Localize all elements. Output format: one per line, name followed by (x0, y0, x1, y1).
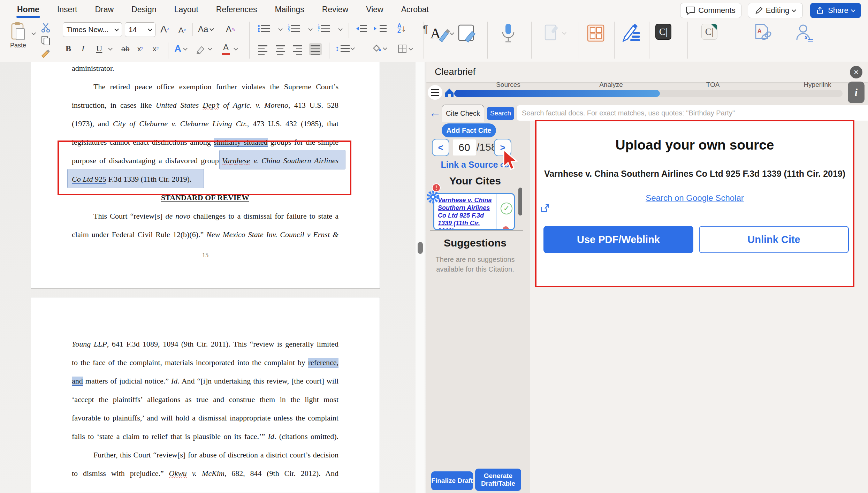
styles-pane-button[interactable] (457, 24, 477, 43)
share-icon (816, 7, 825, 14)
paste-button[interactable]: Paste (10, 22, 26, 49)
chevron-down-icon (792, 8, 796, 12)
comments-button[interactable]: Comments (680, 3, 741, 18)
menu-insert[interactable]: Insert (56, 3, 78, 16)
menu-mailings[interactable]: Mailings (274, 3, 305, 16)
search-input[interactable] (517, 105, 868, 121)
underline-button[interactable]: U (96, 44, 102, 53)
document-scrollbar[interactable] (416, 62, 425, 493)
decrease-indent-button[interactable] (354, 25, 367, 32)
gear-icon[interactable] (426, 190, 440, 204)
align-right-button[interactable] (291, 43, 305, 55)
external-link-icon[interactable] (540, 204, 550, 213)
editor-button[interactable] (621, 23, 642, 43)
generate-draft-table-button[interactable]: Generate Draft/Table (475, 469, 521, 491)
font-name-select[interactable]: Times New... (63, 22, 122, 37)
search-button[interactable]: Search (487, 107, 514, 120)
clearbrief-dark-icon: C| (655, 24, 671, 40)
highlight-button[interactable] (196, 45, 206, 54)
link-a-source-label: Link a Source (441, 160, 498, 169)
check-circle-icon[interactable]: ✓ (501, 203, 512, 214)
sensitivity-button (542, 23, 566, 43)
info-icon[interactable]: i (848, 82, 865, 103)
grow-font-button[interactable]: A˄ (160, 24, 169, 35)
shrink-font-button[interactable]: A˅ (178, 26, 186, 35)
unlink-cite-button[interactable]: Unlink Cite (699, 226, 849, 253)
editing-mode-button[interactable]: Editing (748, 3, 803, 18)
styles-button[interactable]: A (429, 24, 454, 43)
menu-design[interactable]: Design (131, 3, 157, 16)
italic-button[interactable]: I (82, 44, 84, 53)
copy-icon (40, 35, 51, 46)
paste-label: Paste (10, 42, 26, 49)
menu-acrobat[interactable]: Acrobat (401, 3, 429, 16)
menu-draw[interactable]: Draw (94, 3, 114, 16)
home-icon[interactable] (444, 87, 455, 98)
justify-button[interactable] (309, 43, 322, 55)
share-button[interactable]: Share (810, 3, 861, 18)
cite-counter-input[interactable]: 60 (453, 139, 476, 156)
progress-label-analyze: Analyze (599, 81, 623, 89)
sort-button[interactable]: AZ↓ (397, 23, 406, 33)
text-effects-button[interactable]: A (174, 43, 187, 54)
addins-button[interactable] (586, 23, 606, 43)
document-canvas[interactable]: administrator.The retired peace office e… (0, 62, 426, 493)
tab-cite-check[interactable]: Cite Check (442, 105, 484, 122)
close-icon[interactable]: × (850, 66, 862, 78)
use-pdf-weblink-button[interactable]: Use PDF/Weblink (543, 226, 693, 253)
clear-formatting-button[interactable]: A✎ (226, 24, 235, 34)
add-fact-cite-button[interactable]: Add Fact Cite (442, 123, 496, 137)
clearbrief-dark-button[interactable]: C| (655, 24, 671, 40)
menu-layout[interactable]: Layout (174, 3, 199, 16)
back-arrow-icon[interactable]: ← (429, 106, 441, 120)
styles-pane-icon (457, 24, 477, 43)
doc-line: fails to ‘state a claim to relief that i… (72, 431, 338, 449)
finalize-draft-button[interactable]: Finalize Draft (431, 471, 473, 490)
line-spacing-button[interactable]: ↕ (335, 44, 354, 53)
menu-references[interactable]: References (215, 3, 258, 16)
format-painter-button[interactable] (40, 48, 51, 59)
change-case-button[interactable]: Aa (198, 24, 213, 34)
font-size-select[interactable]: 14 (125, 22, 155, 37)
multilevel-list-button[interactable]: 1ai (318, 24, 330, 32)
chevron-down-icon (350, 46, 355, 50)
paint-bucket-icon (372, 44, 381, 53)
cite-card[interactable]: Varnhese v. China Southern Airlines Co L… (433, 193, 515, 230)
menu-review[interactable]: Review (321, 3, 349, 16)
multilevel-dropdown-icon[interactable] (338, 26, 343, 31)
superscript-button[interactable]: x2 (153, 45, 159, 53)
document-scrollbar-thumb[interactable] (418, 242, 423, 254)
align-left-button[interactable] (257, 43, 270, 55)
font-color-dropdown-icon[interactable] (234, 46, 238, 51)
numbering-dropdown-icon[interactable] (308, 26, 313, 31)
menu-home[interactable]: Home (16, 3, 40, 16)
highlight-dropdown-icon[interactable] (208, 46, 212, 51)
strikethrough-button[interactable]: ab (121, 45, 129, 53)
menu-icon[interactable] (428, 85, 442, 100)
create-pdf-button[interactable]: A (752, 23, 772, 43)
bold-button[interactable]: B (66, 44, 71, 53)
request-signatures-button[interactable]: x (794, 23, 814, 43)
cite-card-citation[interactable]: Varnhese v. China Southern Airlines Co L… (438, 196, 494, 230)
cut-button[interactable] (40, 22, 51, 33)
increase-indent-button[interactable] (374, 25, 387, 32)
previous-cite-button[interactable]: < (432, 139, 449, 156)
shading-button[interactable] (372, 44, 387, 53)
align-center-button[interactable] (274, 43, 287, 55)
numbering-button[interactable]: 123 (288, 24, 300, 32)
dictate-button[interactable] (498, 22, 519, 44)
menu-view[interactable]: View (365, 3, 384, 16)
copy-button[interactable] (40, 35, 51, 46)
document-page-2[interactable]: Young LLP, 641 F.3d 1089, 1094 (9th Cir.… (31, 297, 380, 493)
document-page-1[interactable]: administrator.The retired peace office e… (31, 62, 380, 289)
underline-dropdown-icon[interactable] (108, 46, 113, 51)
font-color-button[interactable]: A (222, 43, 230, 55)
google-scholar-link[interactable]: Search on Google Scholar (536, 193, 853, 203)
clearbrief-light-button[interactable]: C| (701, 24, 717, 40)
bullets-button[interactable] (258, 25, 270, 32)
paste-dropdown-icon[interactable] (31, 31, 36, 35)
cites-scrollbar-thumb[interactable] (518, 188, 522, 215)
borders-button[interactable] (397, 44, 412, 54)
subscript-button[interactable]: x2 (137, 45, 143, 53)
bullets-dropdown-icon[interactable] (278, 26, 283, 31)
